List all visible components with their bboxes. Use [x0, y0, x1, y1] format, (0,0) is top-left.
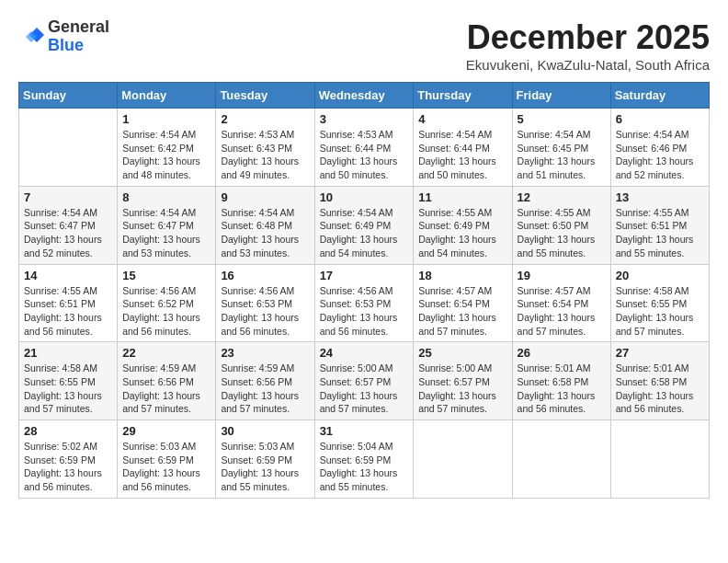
day-info: Sunrise: 4:54 AM Sunset: 6:45 PM Dayligh…: [518, 128, 606, 182]
header-wednesday: Wednesday: [314, 83, 414, 109]
day-number: 10: [320, 190, 409, 204]
day-number: 27: [616, 346, 704, 360]
day-number: 18: [418, 269, 506, 282]
day-info: Sunrise: 5:03 AM Sunset: 6:59 PM Dayligh…: [122, 440, 210, 494]
calendar-cell: 6Sunrise: 4:54 AM Sunset: 6:46 PM Daylig…: [610, 109, 709, 187]
day-number: 22: [122, 346, 210, 360]
day-number: 23: [221, 346, 309, 360]
calendar-cell: 28Sunrise: 5:02 AM Sunset: 6:59 PM Dayli…: [19, 420, 118, 499]
calendar-cell: 9Sunrise: 4:54 AM Sunset: 6:48 PM Daylig…: [216, 186, 314, 264]
header-sunday: Sunday: [19, 83, 118, 109]
day-number: 26: [518, 346, 606, 360]
day-info: Sunrise: 4:54 AM Sunset: 6:46 PM Dayligh…: [616, 128, 704, 182]
day-info: Sunrise: 5:02 AM Sunset: 6:59 PM Dayligh…: [24, 440, 112, 494]
day-info: Sunrise: 4:55 AM Sunset: 6:51 PM Dayligh…: [24, 284, 112, 339]
calendar-cell: 18Sunrise: 4:57 AM Sunset: 6:54 PM Dayli…: [414, 264, 512, 342]
header-thursday: Thursday: [414, 83, 512, 109]
day-info: Sunrise: 4:55 AM Sunset: 6:49 PM Dayligh…: [418, 206, 506, 260]
header-tuesday: Tuesday: [216, 83, 314, 109]
calendar-cell: 2Sunrise: 4:53 AM Sunset: 6:43 PM Daylig…: [216, 109, 314, 187]
logo: General Blue: [18, 18, 109, 55]
calendar-cell: 16Sunrise: 4:56 AM Sunset: 6:53 PM Dayli…: [216, 264, 314, 342]
week-row-4: 28Sunrise: 5:02 AM Sunset: 6:59 PM Dayli…: [19, 420, 710, 499]
day-number: 17: [320, 269, 409, 282]
header-monday: Monday: [118, 83, 216, 109]
day-number: 13: [616, 190, 704, 204]
calendar-cell: 19Sunrise: 4:57 AM Sunset: 6:54 PM Dayli…: [512, 264, 610, 342]
calendar-cell: 13Sunrise: 4:55 AM Sunset: 6:51 PM Dayli…: [610, 186, 709, 264]
calendar-cell: 12Sunrise: 4:55 AM Sunset: 6:50 PM Dayli…: [512, 186, 610, 264]
day-number: 2: [221, 112, 309, 126]
logo-blue: Blue: [48, 36, 84, 54]
calendar-cell: 23Sunrise: 4:59 AM Sunset: 6:56 PM Dayli…: [216, 342, 314, 420]
calendar-cell: 21Sunrise: 4:58 AM Sunset: 6:55 PM Dayli…: [19, 342, 118, 420]
day-number: 25: [418, 346, 506, 360]
day-number: 29: [122, 424, 210, 438]
logo-general: General: [48, 17, 109, 36]
calendar-cell: [19, 109, 118, 187]
week-row-3: 21Sunrise: 4:58 AM Sunset: 6:55 PM Dayli…: [19, 342, 710, 420]
calendar-cell: 5Sunrise: 4:54 AM Sunset: 6:45 PM Daylig…: [512, 109, 610, 187]
day-info: Sunrise: 4:54 AM Sunset: 6:49 PM Dayligh…: [320, 206, 409, 260]
day-number: 30: [221, 424, 309, 438]
day-info: Sunrise: 4:54 AM Sunset: 6:42 PM Dayligh…: [122, 128, 210, 182]
day-info: Sunrise: 4:56 AM Sunset: 6:53 PM Dayligh…: [320, 284, 409, 339]
calendar-cell: [414, 420, 512, 499]
day-number: 8: [122, 190, 210, 204]
day-info: Sunrise: 4:56 AM Sunset: 6:53 PM Dayligh…: [221, 284, 309, 339]
calendar-cell: 8Sunrise: 4:54 AM Sunset: 6:47 PM Daylig…: [118, 186, 216, 264]
day-info: Sunrise: 4:54 AM Sunset: 6:47 PM Dayligh…: [24, 206, 112, 260]
calendar-cell: 29Sunrise: 5:03 AM Sunset: 6:59 PM Dayli…: [118, 420, 216, 499]
day-number: 4: [418, 112, 506, 126]
calendar-cell: 22Sunrise: 4:59 AM Sunset: 6:56 PM Dayli…: [118, 342, 216, 420]
calendar-cell: 30Sunrise: 5:03 AM Sunset: 6:59 PM Dayli…: [216, 420, 314, 499]
calendar-cell: 3Sunrise: 4:53 AM Sunset: 6:44 PM Daylig…: [314, 109, 414, 187]
day-number: 3: [320, 112, 409, 126]
calendar-cell: 14Sunrise: 4:55 AM Sunset: 6:51 PM Dayli…: [19, 264, 118, 342]
week-row-0: 1Sunrise: 4:54 AM Sunset: 6:42 PM Daylig…: [19, 109, 710, 187]
day-number: 12: [518, 190, 606, 204]
day-info: Sunrise: 5:04 AM Sunset: 6:59 PM Dayligh…: [320, 440, 409, 494]
calendar: SundayMondayTuesdayWednesdayThursdayFrid…: [18, 82, 710, 499]
header: General Blue December 2025 Ekuvukeni, Kw…: [18, 18, 710, 73]
calendar-header-row: SundayMondayTuesdayWednesdayThursdayFrid…: [19, 83, 710, 109]
day-number: 9: [221, 190, 309, 204]
day-number: 19: [518, 269, 606, 282]
calendar-cell: 24Sunrise: 5:00 AM Sunset: 6:57 PM Dayli…: [314, 342, 414, 420]
day-info: Sunrise: 4:56 AM Sunset: 6:52 PM Dayligh…: [122, 284, 210, 339]
day-info: Sunrise: 5:01 AM Sunset: 6:58 PM Dayligh…: [616, 362, 704, 416]
calendar-cell: 26Sunrise: 5:01 AM Sunset: 6:58 PM Dayli…: [512, 342, 610, 420]
day-info: Sunrise: 4:54 AM Sunset: 6:44 PM Dayligh…: [418, 128, 506, 182]
day-number: 7: [24, 190, 112, 204]
logo-text: General Blue: [48, 18, 109, 55]
calendar-cell: [610, 420, 709, 499]
day-info: Sunrise: 5:00 AM Sunset: 6:57 PM Dayligh…: [418, 362, 506, 416]
location-title: Ekuvukeni, KwaZulu-Natal, South Africa: [466, 57, 710, 73]
day-number: 5: [518, 112, 606, 126]
day-info: Sunrise: 4:55 AM Sunset: 6:51 PM Dayligh…: [616, 206, 704, 260]
month-title: December 2025: [466, 18, 710, 57]
day-info: Sunrise: 4:54 AM Sunset: 6:48 PM Dayligh…: [221, 206, 309, 260]
week-row-1: 7Sunrise: 4:54 AM Sunset: 6:47 PM Daylig…: [19, 186, 710, 264]
day-number: 24: [320, 346, 409, 360]
day-number: 20: [616, 269, 704, 282]
calendar-cell: 4Sunrise: 4:54 AM Sunset: 6:44 PM Daylig…: [414, 109, 512, 187]
day-info: Sunrise: 4:53 AM Sunset: 6:43 PM Dayligh…: [221, 128, 309, 182]
calendar-cell: 7Sunrise: 4:54 AM Sunset: 6:47 PM Daylig…: [19, 186, 118, 264]
day-info: Sunrise: 4:58 AM Sunset: 6:55 PM Dayligh…: [616, 284, 704, 339]
day-number: 28: [24, 424, 112, 438]
day-number: 6: [616, 112, 704, 126]
week-row-2: 14Sunrise: 4:55 AM Sunset: 6:51 PM Dayli…: [19, 264, 710, 342]
logo-icon: [18, 24, 44, 50]
day-number: 16: [221, 269, 309, 282]
calendar-cell: 11Sunrise: 4:55 AM Sunset: 6:49 PM Dayli…: [414, 186, 512, 264]
day-info: Sunrise: 4:59 AM Sunset: 6:56 PM Dayligh…: [122, 362, 210, 416]
day-info: Sunrise: 5:00 AM Sunset: 6:57 PM Dayligh…: [320, 362, 409, 416]
calendar-cell: 1Sunrise: 4:54 AM Sunset: 6:42 PM Daylig…: [118, 109, 216, 187]
title-section: December 2025 Ekuvukeni, KwaZulu-Natal, …: [466, 18, 710, 73]
day-number: 1: [122, 112, 210, 126]
header-friday: Friday: [512, 83, 610, 109]
calendar-cell: 20Sunrise: 4:58 AM Sunset: 6:55 PM Dayli…: [610, 264, 709, 342]
day-info: Sunrise: 4:55 AM Sunset: 6:50 PM Dayligh…: [518, 206, 606, 260]
day-number: 11: [418, 190, 506, 204]
